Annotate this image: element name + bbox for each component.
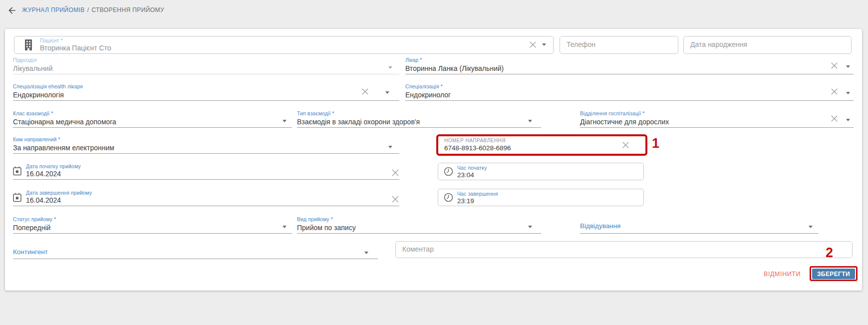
unit-label: Підрозділ xyxy=(13,57,37,63)
breadcrumb-link-journal[interactable]: ЖУРНАЛ ПРИЙОМІВ xyxy=(22,6,85,13)
field-underline xyxy=(405,100,854,101)
field-underline xyxy=(13,100,399,101)
interaction-type-value[interactable]: Взаємодія в закладі охорони здоров'я xyxy=(297,118,420,126)
referred-by-chevron-down-icon[interactable] xyxy=(388,146,392,148)
field-underline xyxy=(13,153,399,154)
phone-input[interactable] xyxy=(567,40,671,48)
field-underline xyxy=(580,233,819,234)
end-time-value[interactable]: 23:19 xyxy=(457,197,474,205)
start-date-label: Дата початку прийому xyxy=(26,163,81,169)
cancel-button[interactable]: ВІДМІНИТИ xyxy=(764,271,801,278)
referred-by-label: Ким направлений * xyxy=(13,136,60,142)
interaction-class-value[interactable]: Стаціонарна медична допомога xyxy=(13,118,116,126)
specialization-chevron-down-icon[interactable] xyxy=(846,92,850,94)
ehealth-specialization-clear-icon[interactable] xyxy=(361,88,369,95)
hospitalization-department-chevron-down-icon[interactable] xyxy=(846,119,850,121)
field-underline xyxy=(13,259,378,259)
status-value[interactable]: Попередній xyxy=(13,224,50,232)
visit-chevron-down-icon[interactable] xyxy=(809,226,813,228)
hospitalization-department-clear-icon[interactable] xyxy=(831,115,838,122)
specialization-clear-icon[interactable] xyxy=(831,88,838,95)
annotation-marker-2: 2 xyxy=(826,246,833,260)
referral-number-label: НОМЕР НАПРАВЛЕННЯ xyxy=(444,138,506,143)
specialization-value[interactable]: Ендокринолог xyxy=(405,91,451,99)
building-icon xyxy=(24,39,33,50)
field-underline xyxy=(297,233,541,234)
end-date-clear-icon[interactable] xyxy=(391,195,399,203)
status-label: Статус прийому * xyxy=(13,216,56,222)
back-icon[interactable] xyxy=(7,5,17,15)
clock-icon xyxy=(444,193,453,202)
field-underline xyxy=(297,127,541,128)
interaction-type-label: Тип взаємодії * xyxy=(297,110,334,116)
referral-number-clear-icon[interactable] xyxy=(622,141,629,149)
unit-chevron-down-icon[interactable] xyxy=(388,66,392,69)
doctor-label: Лікар * xyxy=(405,57,422,63)
status-chevron-down-icon[interactable] xyxy=(283,226,287,228)
field-underline xyxy=(13,206,399,206)
end-time-label: Час завершення xyxy=(457,191,498,197)
unit-value[interactable]: Лікувальний xyxy=(13,64,52,72)
field-underline xyxy=(13,74,399,74)
ehealth-specialization-label: Спеціалізація ehealth лікаря xyxy=(13,83,83,89)
field-underline xyxy=(13,127,292,128)
breadcrumb-current: СТВОРЕННЯ ПРИЙОМУ xyxy=(91,6,164,13)
birth-date-input[interactable] xyxy=(690,40,840,48)
referred-by-value[interactable]: За направленням електронним xyxy=(13,144,114,152)
comment-input[interactable] xyxy=(402,245,842,253)
doctor-chevron-down-icon[interactable] xyxy=(846,65,850,68)
ehealth-specialization-chevron-down-icon[interactable] xyxy=(385,91,389,94)
referral-number-value[interactable]: 6748-8913-6028-6896 xyxy=(444,144,511,152)
end-date-value[interactable]: 16.04.2024 xyxy=(26,196,61,204)
end-date-label: Дата завершення прийому xyxy=(26,190,92,196)
admission-kind-chevron-down-icon[interactable] xyxy=(528,226,532,228)
start-date-clear-icon[interactable] xyxy=(391,169,399,177)
breadcrumb-separator: / xyxy=(87,6,89,13)
breadcrumb: ЖУРНАЛ ПРИЙОМІВ / СТВОРЕННЯ ПРИЙОМУ xyxy=(22,6,164,13)
doctor-clear-icon[interactable] xyxy=(831,62,838,69)
hospitalization-department-value[interactable]: Діагностичне для дорослих xyxy=(580,118,669,126)
calendar-icon[interactable] xyxy=(13,193,21,202)
doctor-value[interactable]: Вторинна Ланка (Лікувальний) xyxy=(405,64,504,72)
admission-kind-value[interactable]: Прийом по запису xyxy=(297,224,356,232)
field-underline xyxy=(405,74,854,74)
calendar-icon[interactable] xyxy=(13,166,21,176)
field-underline xyxy=(13,233,292,234)
interaction-class-label: Клас взаємодії * xyxy=(13,110,53,116)
start-time-label: Час початку xyxy=(457,165,487,171)
field-underline xyxy=(580,127,854,128)
page: ЖУРНАЛ ПРИЙОМІВ / СТВОРЕННЯ ПРИЙОМУ Паці… xyxy=(0,0,868,325)
annotation-marker-1: 1 xyxy=(652,137,659,150)
interaction-type-chevron-down-icon[interactable] xyxy=(528,120,532,122)
field-underline xyxy=(13,179,399,180)
hospitalization-department-label: Відділення госпіталізації * xyxy=(580,110,644,116)
start-time-value[interactable]: 23:04 xyxy=(457,171,474,179)
save-button[interactable]: ЗБЕРЕГТИ xyxy=(812,269,855,279)
patient-chevron-down-icon[interactable] xyxy=(542,43,546,46)
patient-label: Пацієнт * xyxy=(40,37,63,43)
contingent-select[interactable]: Контингент xyxy=(13,248,48,256)
visit-select[interactable]: Відвідування xyxy=(580,222,620,230)
patient-clear-icon[interactable] xyxy=(529,41,537,48)
patient-value: Вторинка Пацієнт Сто xyxy=(40,44,111,52)
start-date-value[interactable]: 16.04.2024 xyxy=(26,170,61,178)
specialization-label: Спеціалізація * xyxy=(405,83,443,89)
contingent-chevron-down-icon[interactable] xyxy=(364,252,368,254)
interaction-class-chevron-down-icon[interactable] xyxy=(283,120,287,122)
ehealth-specialization-value[interactable]: Ендокринологія xyxy=(13,91,64,99)
clock-icon xyxy=(444,167,453,176)
admission-kind-label: Вид прийому * xyxy=(297,216,333,222)
